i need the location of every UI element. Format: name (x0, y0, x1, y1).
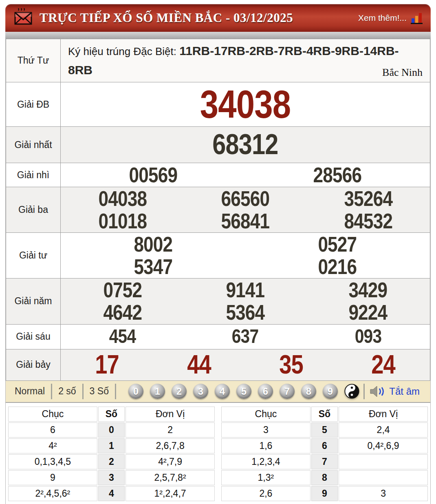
stats-table-left: Chục Số Đơn Vị 6 0 2 4² 1 2,6,7,8 0,1,3,… (7, 406, 216, 502)
prize-number: 34038 (200, 84, 291, 125)
bar-chart-icon[interactable] (411, 12, 423, 24)
prize-fourth-label: Giải tư (6, 233, 61, 279)
prize-number: 24 (372, 351, 396, 378)
prize-number: 56841 (221, 210, 270, 232)
mute-button[interactable]: Tắt âm (370, 385, 420, 398)
prize-number: 28566 (313, 164, 362, 186)
speaker-icon (370, 385, 386, 398)
prize-number: 9141 (226, 279, 265, 301)
draw-info-row: Thứ Tư Ký hiệu trúng Đặc Biệt: 11RB-17RB… (6, 39, 430, 82)
prize-fourth-row: Giải tư 8002 0527 5347 0216 (6, 233, 430, 279)
so-value: 8 (311, 470, 338, 485)
prize-fifth-row: Giải năm 0752 9141 3429 4642 5364 9224 (6, 279, 430, 324)
mode-normal[interactable]: Normal (14, 386, 51, 397)
prize-number: 5347 (134, 256, 173, 278)
header-bar: TRỰC TIẾP XỔ SỐ MIỀN BẮC - 03/12/2025 Xe… (5, 4, 431, 32)
prize-number: 4642 (103, 301, 142, 324)
stats-table-right: Chục Số Đơn Vị 3 5 2,4 1,6 6 0,4²,6,9 1,… (220, 406, 429, 502)
table-row: 2²,4,5,6² 4 1²,2,4,7 (8, 486, 215, 501)
col-header-so: Số (98, 407, 125, 422)
number-ball-6[interactable]: 6 (258, 384, 273, 399)
table-row: 1,2,3,4 7 (221, 454, 428, 469)
col-header-chuc: Chục (221, 407, 310, 422)
prize-number: 68312 (212, 130, 278, 160)
draw-day-label: Thứ Tư (6, 39, 61, 82)
col-header-donvi: Đơn Vị (339, 407, 428, 422)
stats-section: Chục Số Đơn Vị 6 0 2 4² 1 2,6,7,8 0,1,3,… (6, 403, 430, 504)
donvi-value (339, 454, 428, 469)
number-ball-3[interactable]: 3 (193, 384, 208, 399)
so-value: 5 (311, 422, 338, 438)
prize-first-label: Giải nhất (6, 127, 61, 163)
see-more-link[interactable]: Xem thêm!... (358, 13, 407, 23)
number-ball-5[interactable]: 5 (236, 384, 251, 399)
sign-label: Ký hiệu trúng Đặc Biệt: (68, 45, 176, 57)
chuc-value: 4² (8, 438, 97, 453)
prize-number: 637 (232, 326, 259, 347)
table-row: 3 5 2,4 (221, 422, 428, 438)
prize-seventh-row: Giải bảy 17 44 35 24 (6, 349, 430, 380)
prize-number: 8002 (134, 233, 173, 256)
donvi-value: 4²,7,9 (126, 454, 215, 469)
number-ball-1[interactable]: 1 (150, 384, 165, 399)
number-ball-8[interactable]: 8 (301, 384, 316, 399)
stats-header-row: Chục Số Đơn Vị (8, 407, 215, 422)
lottery-widget: TRỰC TIẾP XỔ SỐ MIỀN BẮC - 03/12/2025 Xe… (5, 4, 431, 504)
chuc-value: 1,2,3,4 (221, 454, 310, 469)
chuc-value: 6 (8, 422, 97, 438)
prize-number: 5364 (226, 301, 265, 324)
results-frame: Thứ Tư Ký hiệu trúng Đặc Biệt: 11RB-17RB… (5, 39, 431, 504)
prize-number: 9224 (349, 301, 388, 324)
prize-second-label: Giải nhì (6, 163, 61, 187)
number-ball-4[interactable]: 4 (215, 384, 230, 399)
donvi-value: 0,4²,6,9 (339, 438, 428, 453)
mode-3-digits[interactable]: 3 Số (84, 386, 115, 397)
mode-2-digits[interactable]: 2 số (52, 386, 82, 397)
table-row: 1,3² 8 (221, 470, 428, 485)
prize-number: 0752 (103, 279, 142, 301)
number-ball-2[interactable]: 2 (172, 384, 187, 399)
table-row: 0,1,3,4,5 2 4²,7,9 (8, 454, 215, 469)
so-value: 2 (98, 454, 125, 469)
donvi-value: 2,4 (339, 422, 428, 438)
chuc-value: 3 (221, 422, 310, 438)
chuc-value: 1,3² (221, 470, 310, 485)
prize-sixth-label: Giải sáu (6, 324, 61, 349)
divider (363, 384, 365, 399)
col-header-donvi: Đơn Vị (126, 407, 215, 422)
donvi-value: 2,5,7,8² (126, 470, 215, 485)
divider (115, 384, 116, 399)
prize-fifth-label: Giải năm (6, 279, 61, 324)
prize-number: 0216 (318, 256, 357, 278)
table-row: 4² 1 2,6,7,8 (8, 438, 215, 453)
control-bar: Normal 2 số 3 Số 0 1 2 3 4 5 6 7 8 9 (6, 381, 430, 403)
prize-seventh-label: Giải bảy (6, 349, 61, 380)
prize-number: 04038 (98, 188, 147, 210)
chuc-value: 2,6 (221, 486, 310, 501)
page-title: TRỰC TIẾP XỔ SỐ MIỀN BẮC - 03/12/2025 (40, 11, 293, 25)
special-sign-cell: Ký hiệu trúng Đặc Biệt: 11RB-17RB-2RB-7R… (61, 39, 430, 82)
special-sign-text: Ký hiệu trúng Đặc Biệt: 11RB-17RB-2RB-7R… (68, 42, 423, 80)
donvi-value: 1²,2,4,7 (126, 486, 215, 501)
prize-number: 0527 (318, 233, 357, 256)
col-header-chuc: Chục (8, 407, 97, 422)
chuc-value: 0,1,3,4,5 (8, 454, 97, 469)
prize-number: 44 (187, 351, 211, 378)
number-ball-0[interactable]: 0 (128, 384, 143, 399)
prize-number: 3429 (349, 279, 388, 301)
col-header-so: Số (311, 407, 338, 422)
prize-table: Thứ Tư Ký hiệu trúng Đặc Biệt: 11RB-17RB… (6, 39, 430, 381)
so-value: 3 (98, 470, 125, 485)
prize-sixth-row: Giải sáu 454 637 093 (6, 324, 430, 349)
table-row: 1,6 6 0,4²,6,9 (221, 438, 428, 453)
table-row: 2,6 9 3 (221, 486, 428, 501)
prize-special-label: Giải ĐB (6, 82, 61, 127)
header-divider (5, 32, 431, 39)
province-name: Bắc Ninh (382, 66, 423, 79)
table-row: 9 3 2,5,7,8² (8, 470, 215, 485)
number-ball-7[interactable]: 7 (280, 384, 295, 399)
number-ball-9[interactable]: 9 (323, 384, 338, 399)
prize-number: 454 (109, 326, 136, 347)
yin-yang-icon[interactable] (344, 384, 359, 399)
prize-number: 84532 (344, 210, 392, 232)
